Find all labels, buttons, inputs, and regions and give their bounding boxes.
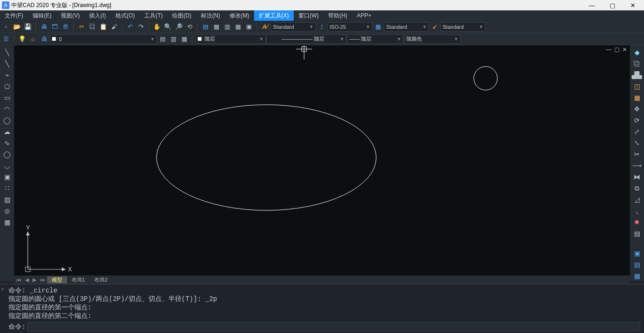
lineweight-select[interactable]: —— 随层▼	[347, 34, 404, 44]
copy-icon[interactable]: ⿻	[87, 22, 98, 32]
matchprop-icon[interactable]: 🖌	[109, 22, 119, 32]
cut-icon[interactable]: ✂	[76, 22, 87, 32]
stretch-icon[interactable]: ⤡	[632, 138, 642, 148]
drawing-canvas[interactable]: — ▢ ✕ X Y	[14, 45, 630, 281]
fillet-icon[interactable]: ◟	[632, 206, 642, 216]
cmd-close-icon[interactable]: ×	[1, 285, 4, 294]
menu-format[interactable]: 格式(O)	[111, 10, 140, 21]
revcloud-icon[interactable]: ☁	[2, 126, 12, 137]
command-input[interactable]	[27, 322, 640, 332]
polyline-icon[interactable]: ⌁	[2, 70, 12, 80]
menu-help[interactable]: 帮助(H)	[323, 10, 352, 21]
layer-sun-icon[interactable]: ☼	[28, 34, 38, 44]
menu-window[interactable]: 窗口(W)	[294, 10, 323, 21]
tab-layout1[interactable]: 布局1	[67, 276, 90, 283]
redo-icon[interactable]: ↷	[136, 22, 146, 32]
open-icon[interactable]: 📂	[12, 22, 22, 32]
menu-modify[interactable]: 修改(M)	[225, 10, 254, 21]
linetype-select[interactable]: —————— 随层▼	[266, 34, 347, 44]
trim-icon[interactable]: ✂	[632, 149, 642, 159]
layer-iso-icon[interactable]: ▤	[157, 34, 168, 44]
new-icon[interactable]: ▫	[1, 22, 11, 32]
dimstyle-select[interactable]: ISO-25▼	[327, 22, 372, 32]
ellipse-icon[interactable]: ◯	[2, 149, 12, 159]
scale-icon[interactable]: ⤢	[632, 126, 642, 137]
hatch-icon[interactable]: ▨	[2, 194, 12, 205]
extend-icon[interactable]: ⟶	[632, 160, 642, 171]
cleanscreen-icon[interactable]: ▣	[244, 22, 254, 32]
zoom-realtime-icon[interactable]: 🔍	[163, 22, 173, 32]
menu-extended-tools[interactable]: 扩展工具(X)	[254, 10, 294, 21]
minimize-button[interactable]: —	[582, 2, 601, 9]
layer-uniso-icon[interactable]: ▥	[168, 34, 179, 44]
menu-edit[interactable]: 编辑(E)	[28, 10, 56, 21]
move-icon[interactable]: ✥	[632, 104, 642, 114]
copy-mod-icon[interactable]: ⿻	[632, 58, 642, 69]
calculator-icon[interactable]: ▦	[233, 22, 243, 32]
rectangle-icon[interactable]: ▭	[2, 92, 12, 103]
mleaderstyle-icon[interactable]: ↙	[429, 22, 440, 32]
panel-3-icon[interactable]: ▦	[632, 271, 642, 281]
menu-insert[interactable]: 插入(I)	[84, 10, 110, 21]
menu-app[interactable]: APP+	[352, 10, 376, 21]
menu-dimension[interactable]: 标注(N)	[196, 10, 225, 21]
print-icon[interactable]: 🖶	[39, 22, 49, 32]
close-button[interactable]: ✕	[623, 2, 642, 9]
maximize-button[interactable]: ▢	[603, 2, 622, 9]
tablestyle-select[interactable]: Standard▼	[384, 22, 429, 32]
offset-icon[interactable]: ◫	[632, 81, 642, 92]
mirror-icon[interactable]: ▟▙	[632, 70, 642, 80]
pedit-icon[interactable]: ▤	[632, 228, 642, 239]
tab-next-icon[interactable]: ▶	[31, 277, 38, 283]
dimstyle-icon[interactable]: ⟟	[316, 22, 327, 32]
textstyle-select[interactable]: Standard▼	[271, 22, 316, 32]
spline-icon[interactable]: ∿	[2, 138, 12, 148]
layer-lock-icon[interactable]: 🖷	[39, 34, 49, 44]
zoom-window-icon[interactable]: 🔎	[173, 22, 184, 32]
polygon-icon[interactable]: ⬠	[2, 81, 12, 92]
panel-2-icon[interactable]: ▤	[632, 259, 642, 270]
line-icon[interactable]: ╲	[2, 47, 12, 58]
zoom-previous-icon[interactable]: ⟲	[184, 22, 195, 32]
layer-prev-icon[interactable]: ▦	[179, 34, 190, 44]
menu-draw[interactable]: 绘图(D)	[167, 10, 196, 21]
plotstyle-select[interactable]: 随颜色▼	[404, 34, 461, 44]
erase-icon[interactable]: ◆	[632, 47, 642, 58]
tab-model[interactable]: 模型	[47, 276, 67, 283]
chamfer-icon[interactable]: ◿	[632, 194, 642, 205]
menu-tools[interactable]: 工具(T)	[140, 10, 167, 21]
tablestyle-icon[interactable]: ▦	[373, 22, 383, 32]
menu-file[interactable]: 文件(F)	[0, 10, 28, 21]
designcenter-icon[interactable]: ▦	[211, 22, 222, 32]
toolpalette-icon[interactable]: ▥	[222, 22, 232, 32]
point-icon[interactable]: ∷	[2, 183, 12, 193]
xline-icon[interactable]: ╲	[2, 58, 12, 69]
arc-icon[interactable]: ◠	[2, 104, 12, 114]
preview-icon[interactable]: 🗔	[50, 22, 60, 32]
tab-layout2[interactable]: 布局2	[90, 276, 112, 283]
save-icon[interactable]: 💾	[23, 22, 33, 32]
tab-first-icon[interactable]: ⏮	[14, 277, 23, 283]
tab-prev-icon[interactable]: ◀	[23, 277, 31, 283]
textstyle-icon[interactable]: A⁄	[260, 22, 270, 32]
region-icon[interactable]: ◎	[2, 206, 12, 216]
break-icon[interactable]: ⧓	[632, 172, 642, 182]
properties-icon[interactable]: ▤	[200, 22, 211, 32]
array-icon[interactable]: ▦	[632, 92, 642, 103]
layer-manager-icon[interactable]: ☰	[1, 34, 11, 44]
ellipsearc-icon[interactable]: ◡	[2, 160, 12, 171]
undo-icon[interactable]: ↶	[125, 22, 135, 32]
panel-1-icon[interactable]: ▣	[632, 248, 642, 258]
pan-icon[interactable]: ✋	[152, 22, 162, 32]
mleaderstyle-select[interactable]: Standard▼	[440, 22, 486, 32]
circle-icon[interactable]: ◯	[2, 115, 12, 125]
explode-icon[interactable]: ✹	[632, 217, 642, 227]
table-icon[interactable]: ▦	[2, 217, 12, 227]
block-icon[interactable]: ▣	[2, 172, 12, 182]
layer-select[interactable]: 0▼	[50, 34, 157, 44]
rotate-icon[interactable]: ⟳	[632, 115, 642, 125]
menu-view[interactable]: 视图(V)	[56, 10, 84, 21]
tab-last-icon[interactable]: ⏭	[38, 277, 47, 283]
publish-icon[interactable]: 🖹	[60, 22, 71, 32]
join-icon[interactable]: ⧉	[632, 183, 642, 193]
